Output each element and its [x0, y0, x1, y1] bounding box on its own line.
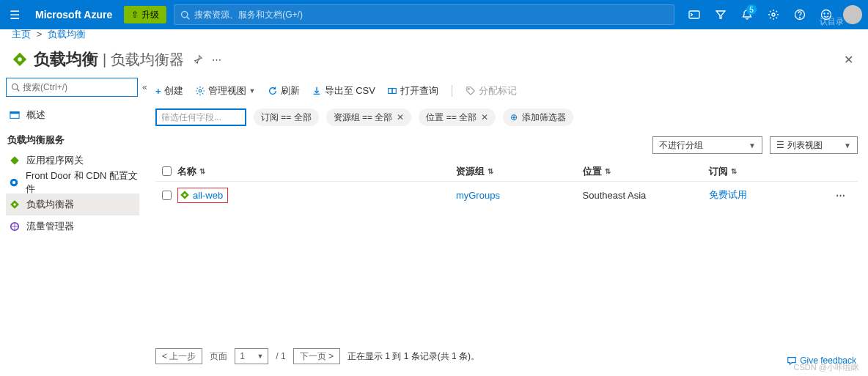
breadcrumb-sep: > [37, 29, 43, 40]
header-subscription[interactable]: 订阅⇅ [709, 165, 836, 178]
table-header: 名称⇅ 资源组⇅ 位置⇅ 订阅⇅ [155, 161, 858, 182]
row-more-icon[interactable]: ⋯ [836, 190, 845, 201]
group-by-select[interactable]: 不进行分组▼ [652, 136, 762, 154]
svg-rect-15 [10, 112, 19, 114]
breadcrumb-home[interactable]: 主页 [12, 29, 31, 40]
svg-point-0 [182, 11, 188, 17]
hamburger-icon[interactable]: ☰ [6, 8, 23, 22]
filter-pill-subscription[interactable]: 订阅 == 全部 [254, 108, 319, 126]
breadcrumb: 主页 > 负载均衡 [0, 22, 868, 47]
page-select[interactable]: 1▼ [235, 348, 268, 364]
close-icon[interactable]: ✕ [844, 53, 853, 67]
gear-icon [195, 86, 205, 96]
feedback-link[interactable]: Give feedback [787, 355, 856, 366]
resource-name: all-web [193, 190, 223, 201]
add-filter-button[interactable]: ⊕添加筛选器 [503, 108, 573, 126]
svg-point-4 [772, 13, 775, 16]
filter-pill-resourcegroup[interactable]: 资源组 == 全部✕ [326, 108, 412, 126]
open-query-label: 打开查询 [400, 84, 438, 97]
svg-line-1 [187, 16, 189, 18]
svg-marker-3 [716, 11, 725, 18]
svg-point-27 [183, 193, 186, 196]
filter-pill-location[interactable]: 位置 == 全部✕ [419, 108, 496, 126]
feedback-icon [787, 355, 797, 366]
svg-point-11 [18, 57, 22, 62]
body-row: « 概述 负载均衡服务 应用程序网关 Front Door 和 CDN 配置文件… [0, 78, 868, 376]
sort-icon: ⇅ [488, 167, 493, 175]
svg-point-6 [800, 18, 801, 18]
page-header: 负载均衡 | 负载均衡器 ⋯ ✕ [0, 47, 868, 78]
row-location: Southeast Asia [583, 190, 647, 201]
svg-rect-2 [689, 11, 699, 18]
page-title: 负载均衡 [34, 48, 98, 70]
load-balancer-icon [12, 51, 28, 67]
frontdoor-label: Front Door 和 CDN 配置文件 [26, 169, 139, 196]
chevron-down-icon: ▼ [249, 87, 256, 95]
create-button[interactable]: +创建 [155, 84, 183, 97]
manage-view-button[interactable]: 管理视图▼ [195, 84, 256, 97]
svg-point-18 [12, 181, 15, 184]
sidebar-search-input[interactable] [23, 82, 133, 92]
resource-group-link[interactable]: myGroups [456, 190, 500, 201]
header-location[interactable]: 位置⇅ [583, 165, 710, 178]
refresh-icon [268, 86, 278, 96]
svg-point-12 [12, 84, 18, 90]
upgrade-button[interactable]: ⇧ 升级 [124, 6, 166, 23]
filter-row: 订阅 == 全部 资源组 == 全部✕ 位置 == 全部✕ ⊕添加筛选器 [155, 108, 858, 126]
pin-icon[interactable] [193, 54, 203, 64]
export-csv-button[interactable]: 导出至 CSV [312, 84, 375, 97]
next-page-button[interactable]: 下一页 > [293, 348, 340, 364]
subscription-link[interactable]: 免费试用 [709, 188, 747, 202]
frontdoor-icon [9, 177, 20, 188]
table-row: all-web myGroups Southeast Asia 免费试用 ⋯ [155, 182, 858, 208]
assign-tags-button[interactable]: 分配标记 [466, 84, 517, 97]
svg-point-7 [822, 10, 831, 20]
export-csv-label: 导出至 CSV [325, 84, 375, 97]
open-query-button[interactable]: 打开查询 [387, 84, 438, 97]
svg-marker-16 [10, 156, 19, 165]
view-mode-select[interactable]: ☰列表视图▼ [770, 136, 858, 154]
upgrade-arrow-icon: ⇧ [131, 10, 139, 20]
side-nav: « 概述 负载均衡服务 应用程序网关 Front Door 和 CDN 配置文件… [0, 78, 145, 376]
appgateway-icon [9, 155, 21, 166]
overview-icon [9, 110, 21, 120]
refresh-button[interactable]: 刷新 [268, 84, 300, 97]
clear-filter-icon[interactable]: ✕ [397, 112, 404, 122]
svg-point-20 [13, 203, 16, 206]
svg-rect-24 [392, 89, 396, 94]
brand-label[interactable]: Microsoft Azure [35, 9, 112, 21]
filter-input[interactable] [155, 108, 246, 126]
page: 主页 > 负载均衡 负载均衡 | 负载均衡器 ⋯ ✕ « 概述 [0, 22, 868, 376]
overview-label: 概述 [26, 108, 45, 122]
appgateway-label: 应用程序网关 [26, 154, 84, 167]
assign-tags-label: 分配标记 [479, 84, 517, 97]
svg-point-9 [828, 13, 828, 14]
sidebar-item-overview[interactable]: 概述 [6, 104, 139, 126]
sort-icon: ⇅ [199, 167, 205, 175]
header-name[interactable]: 名称⇅ [177, 165, 456, 178]
header-resourcegroup[interactable]: 资源组⇅ [456, 165, 583, 178]
prev-page-button[interactable]: < 上一步 [155, 348, 202, 364]
upgrade-label: 升级 [141, 9, 159, 21]
plus-icon: + [155, 86, 161, 97]
clear-filter-icon[interactable]: ✕ [481, 112, 488, 122]
sidebar-item-appgateway[interactable]: 应用程序网关 [6, 150, 139, 172]
load-balancer-icon [180, 190, 190, 200]
sidebar-item-frontdoor[interactable]: Front Door 和 CDN 配置文件 [6, 172, 139, 193]
sidebar-item-loadbalancer[interactable]: 负载均衡器 [6, 193, 139, 215]
notification-badge: 5 [746, 4, 757, 15]
page-subtitle: 负载均衡器 [111, 50, 184, 70]
global-search-input[interactable] [194, 10, 668, 20]
row-checkbox[interactable] [155, 191, 177, 200]
command-bar: +创建 管理视图▼ 刷新 导出至 CSV 打开查询 分配标记 [155, 78, 858, 104]
header-more-icon[interactable]: ⋯ [212, 54, 221, 65]
trafficmgr-icon [9, 221, 21, 232]
breadcrumb-current[interactable]: 负载均衡 [48, 29, 86, 40]
download-icon [312, 86, 322, 96]
lb-icon-small [9, 199, 21, 210]
select-all-checkbox[interactable] [155, 166, 177, 176]
svg-line-13 [17, 89, 19, 91]
resource-link[interactable]: all-web [177, 188, 228, 203]
sidebar-item-trafficmgr[interactable]: 流量管理器 [6, 215, 139, 237]
sidebar-search[interactable] [6, 78, 138, 97]
